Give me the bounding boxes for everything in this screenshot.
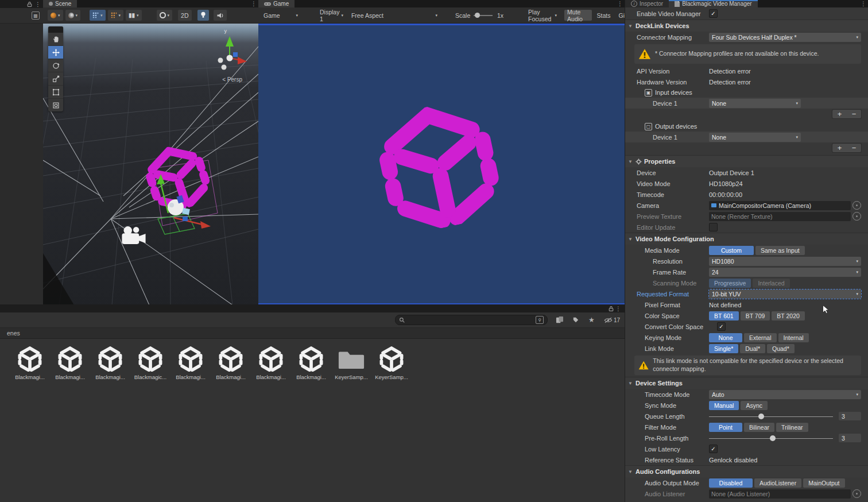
favorites-star-icon[interactable]: ★ <box>588 316 595 324</box>
project-search[interactable]: ⚲ <box>395 315 548 325</box>
audio-output-disabled-button[interactable]: Disabled <box>709 478 753 488</box>
queue-length-value[interactable]: 3 <box>839 412 861 420</box>
package-icon[interactable]: ▩ <box>32 11 40 20</box>
audio-output-audiolistener-button[interactable]: AudioListener <box>754 478 801 488</box>
video-mode-config-header[interactable]: ▼ Video Mode Configuration <box>625 233 868 245</box>
keying-mode-internal-button[interactable]: Internal <box>778 333 809 342</box>
game-viewport[interactable] <box>258 24 625 305</box>
add-input-device-button[interactable]: + <box>832 110 847 118</box>
search-input[interactable] <box>408 316 533 324</box>
lighting-toggle-button[interactable] <box>197 10 209 21</box>
filter-mode-bilinear-button[interactable]: Bilinear <box>744 423 774 432</box>
grid-visibility-button[interactable]: ▾ <box>90 10 106 21</box>
kebab-menu-icon[interactable]: ⋮ <box>615 306 621 312</box>
keying-mode-none-button[interactable]: None <box>709 333 742 342</box>
hand-tool-button[interactable] <box>48 33 63 46</box>
pre-roll-length-slider-knob[interactable] <box>770 435 776 441</box>
decklink-devices-header[interactable]: ▼ DeckLink Devices <box>625 20 868 32</box>
scene-kebab-icon[interactable]: ⋮ <box>249 0 258 7</box>
asset-item[interactable]: Blackmagi... <box>10 346 49 380</box>
remove-input-device-button[interactable]: − <box>847 110 861 118</box>
input-device-dropdown[interactable]: None ▾ <box>709 99 801 108</box>
scale-slider[interactable] <box>474 15 493 16</box>
pre-roll-length-slider[interactable] <box>709 434 833 443</box>
lock-icon[interactable] <box>26 1 33 7</box>
add-output-device-button[interactable]: + <box>832 144 847 152</box>
asset-item[interactable]: KeyerSamp... <box>372 346 411 380</box>
project-breadcrumb[interactable]: enes <box>0 328 625 339</box>
link-mode-quad-button[interactable]: Quad* <box>767 344 795 353</box>
asset-item[interactable]: Blackmagi... <box>251 346 290 380</box>
resolution-dropdown[interactable]: HD1080 ▾ <box>709 257 861 266</box>
output-device-dropdown[interactable]: None ▾ <box>709 133 801 142</box>
rect-tool-button[interactable] <box>48 86 63 99</box>
transform-tool-button[interactable] <box>48 99 63 111</box>
scene-viewport[interactable]: y < Persp <box>43 24 258 305</box>
filter-mode-point-button[interactable]: Point <box>709 423 742 432</box>
device-settings-header[interactable]: ▼ Device Settings <box>625 377 868 389</box>
tab-blackmagic-video-manager[interactable]: Blackmagic Video Manager <box>669 0 758 7</box>
queue-length-slider[interactable] <box>709 412 833 421</box>
link-mode-dual-button[interactable]: Dual* <box>740 344 765 353</box>
camera-object-field[interactable]: MainCompositorCamera (Camera) <box>709 201 851 210</box>
play-focused-dropdown[interactable]: Play Focused ▾ <box>525 10 560 21</box>
preview-texture-field[interactable]: None (Render Texture) <box>709 212 851 221</box>
link-mode-single-button[interactable]: Single* <box>709 344 738 353</box>
camera-gizmo-icon[interactable] <box>119 226 149 246</box>
tab-inspector[interactable]: i Inspector <box>625 0 669 7</box>
render-mode-button[interactable]: ▾ <box>157 10 173 21</box>
asset-item[interactable]: KeyerSamp... <box>332 346 371 380</box>
game-target-dropdown[interactable]: Game ▾ <box>261 10 301 21</box>
connector-mapping-dropdown[interactable]: Four Sub Devices Half Duplex * ▾ <box>709 33 861 42</box>
input-device-row[interactable]: Device 1 None ▾ <box>625 98 868 109</box>
object-picker-icon[interactable] <box>852 201 861 210</box>
aspect-dropdown[interactable]: Free Aspect ▾ <box>348 10 440 21</box>
tools-palette-handle[interactable] <box>48 26 63 33</box>
convert-color-space-checkbox[interactable]: ✓ <box>717 322 726 331</box>
display-dropdown[interactable]: Display 1 ▾ <box>317 10 346 21</box>
pre-roll-length-value[interactable]: 3 <box>839 434 861 442</box>
hidden-packages-icon[interactable] <box>604 317 613 323</box>
keying-mode-external-button[interactable]: External <box>744 333 777 342</box>
audio-listener-field[interactable]: None (Audio Listener) <box>709 489 851 499</box>
label-icon[interactable] <box>572 316 579 323</box>
asset-item[interactable]: Blackmagi... <box>292 346 331 380</box>
object-picker-icon[interactable] <box>852 212 861 221</box>
gizmos-button[interactable]: Gi <box>616 10 625 21</box>
audio-output-mainoutput-button[interactable]: MainOutput <box>803 478 844 488</box>
search-by-type-icon[interactable] <box>556 316 563 324</box>
frame-rate-dropdown[interactable]: 24 ▾ <box>709 268 861 277</box>
remove-output-device-button[interactable]: − <box>847 144 861 152</box>
persp-label[interactable]: < Persp <box>222 76 242 83</box>
move-tool-button[interactable] <box>48 46 63 59</box>
skybox-toggle-button[interactable]: ▾ <box>65 10 81 21</box>
asset-item[interactable]: Blackmagi... <box>171 346 210 380</box>
asset-item[interactable]: Blackmagic... <box>131 346 170 380</box>
sync-mode-manual-button[interactable]: Manual <box>709 401 739 410</box>
editor-update-checkbox[interactable]: ✓ <box>709 223 718 231</box>
output-device-row[interactable]: Device 1 None ▾ <box>625 132 868 142</box>
inspector-kebab-icon[interactable]: ⋮ <box>859 0 868 7</box>
tool-handle-button[interactable]: ▮▮ ▾ <box>126 10 142 21</box>
low-latency-checkbox[interactable]: ✓ <box>709 445 718 453</box>
enable-video-manager-checkbox[interactable]: ✓ <box>709 9 718 18</box>
kebab-menu-icon[interactable]: ⋮ <box>35 1 41 7</box>
game-kebab-icon[interactable]: ⋮ <box>615 0 625 7</box>
media-mode-same-as-input-button[interactable]: Same as Input <box>755 246 805 255</box>
scale-tool-button[interactable] <box>48 72 63 86</box>
asset-item[interactable]: Blackmagi... <box>91 346 130 380</box>
color-space-bt709-button[interactable]: BT 709 <box>741 311 770 320</box>
media-mode-custom-button[interactable]: Custom <box>709 246 754 255</box>
rotate-tool-button[interactable] <box>48 59 63 72</box>
sync-mode-async-button[interactable]: Async <box>741 401 768 410</box>
tab-game[interactable]: Game <box>258 0 294 7</box>
scale-slider-knob[interactable] <box>475 13 480 18</box>
stats-button[interactable]: Stats <box>594 10 614 21</box>
tab-scene[interactable]: Scene <box>43 0 77 7</box>
timecode-mode-dropdown[interactable]: Auto ▾ <box>709 390 861 399</box>
requested-format-dropdown[interactable]: 10-bit YUV ▾ <box>709 289 861 299</box>
asset-item[interactable]: Blackmagi... <box>51 346 90 380</box>
color-space-bt2020-button[interactable]: BT 2020 <box>772 311 805 320</box>
audio-configurations-header[interactable]: ▼ Audio Configurations <box>625 465 868 477</box>
color-space-bt601-button[interactable]: BT 601 <box>709 311 739 320</box>
